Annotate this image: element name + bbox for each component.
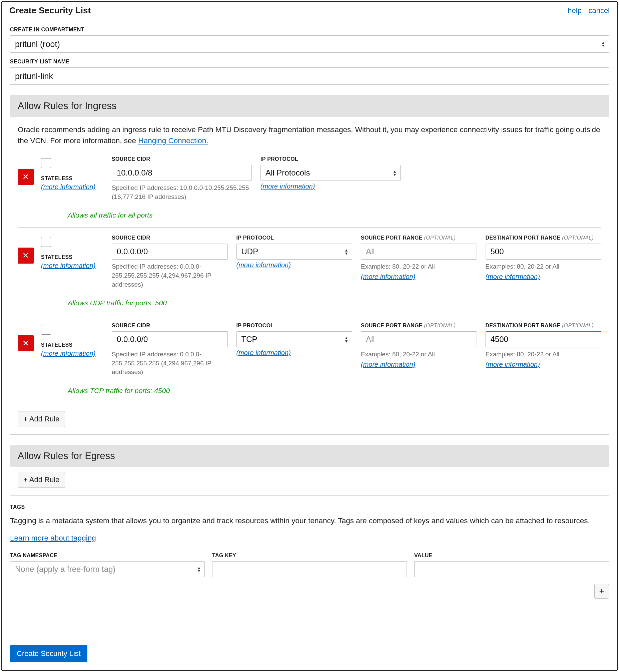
dest-port-label: DESTINATION PORT RANGE (OPTIONAL) [486,235,602,241]
tags-description: Tagging is a metadata system that allows… [10,515,609,527]
ip-protocol-label: IP PROTOCOL [236,323,352,329]
source-cidr-input[interactable] [112,244,228,260]
stateless-label: STATELESS [41,342,105,348]
ingress-info-text: Oracle recommends adding an ingress rule… [18,125,600,145]
source-cidr-label: SOURCE CIDR [112,323,228,329]
stateless-more-info-link[interactable]: (more information) [41,183,95,191]
ingress-rule-1: ✕ STATELESS (more information) SOURCE CI… [18,155,601,208]
compartment-select-wrap: ▴▾ [10,36,609,53]
source-cidr-input[interactable] [112,331,228,347]
tag-value-input[interactable] [414,561,609,577]
hanging-connection-link[interactable]: Hanging Connection. [138,136,208,145]
create-security-list-button[interactable]: Create Security List [10,645,87,662]
rule-summary: Allows TCP traffic for ports: 4500 [68,387,601,395]
compartment-label: CREATE IN COMPARTMENT [10,27,609,33]
source-cidr-input[interactable] [112,165,252,181]
delete-rule-button[interactable]: ✕ [18,169,34,185]
tag-value-label: VALUE [414,553,609,559]
delete-rule-button[interactable]: ✕ [18,335,34,351]
dialog-header: Create Security List help cancel [2,2,617,19]
protocol-more-info-link[interactable]: (more information) [236,349,291,357]
source-port-label: SOURCE PORT RANGE (OPTIONAL) [361,323,477,329]
add-tag-button[interactable]: + [594,584,609,599]
learn-more-tagging-link[interactable]: Learn more about tagging [10,534,96,543]
protocol-more-info-link[interactable]: (more information) [236,261,291,269]
source-port-input[interactable] [361,331,477,347]
dest-port-more-info-link[interactable]: (more information) [486,273,540,281]
source-cidr-hint: Specified IP addresses: 0.0.0.0-255.255.… [112,350,228,377]
rule-summary: Allows all traffic for all ports [68,211,601,219]
ip-protocol-select[interactable] [236,331,352,347]
stateless-checkbox[interactable] [41,237,51,247]
security-list-name-input[interactable] [10,67,609,85]
stateless-checkbox[interactable] [41,158,51,168]
ip-protocol-select[interactable] [261,165,401,181]
stateless-more-info-link: (more information) [41,350,95,357]
ip-protocol-select[interactable] [236,244,352,260]
dest-port-hint: Examples: 80, 20-22 or All [486,262,602,271]
tag-grid: TAG NAMESPACE ▴▾ TAG KEY VALUE [10,553,609,577]
source-cidr-hint: Specified IP addresses: 10.0.0.0-10.255.… [112,184,252,201]
name-label: SECURITY LIST NAME [10,59,609,65]
dest-port-more-info-link[interactable]: (more information) [486,361,540,368]
plus-icon: + [599,586,604,596]
source-port-input[interactable] [361,244,477,260]
dialog-title: Create Security List [9,5,91,16]
source-port-hint: Examples: 80, 20-22 or All [361,350,477,359]
close-icon: ✕ [22,339,29,348]
compartment-select[interactable] [10,36,609,53]
dest-port-label: DESTINATION PORT RANGE (OPTIONAL) [486,323,602,329]
tag-key-label: TAG KEY [212,553,407,559]
tag-namespace-label: TAG NAMESPACE [10,553,205,559]
stateless-label: STATELESS [41,176,105,182]
source-cidr-label: SOURCE CIDR [112,156,252,162]
ingress-info: Oracle recommends adding an ingress rule… [18,124,601,146]
egress-panel-header: Allow Rules for Egress [10,445,609,467]
help-link[interactable]: help [568,6,581,15]
stateless-more-info-link[interactable]: (more information) [41,262,95,269]
protocol-more-info-link[interactable]: (more information) [261,183,315,190]
source-port-hint: Examples: 80, 20-22 or All [361,262,477,271]
rule-summary: Allows UDP traffic for ports: 500 [68,299,601,307]
ingress-rule-2: ✕ STATELESS (more information) SOURCE CI… [18,228,601,296]
close-icon: ✕ [22,251,29,260]
dest-port-input[interactable] [486,244,602,260]
source-port-more-info-link[interactable]: (more information) [361,273,415,281]
close-icon: ✕ [22,172,29,182]
dest-port-hint: Examples: 80, 20-22 or All [486,350,602,359]
cancel-link[interactable]: cancel [588,6,610,15]
tag-key-input[interactable] [212,561,407,577]
delete-rule-button[interactable]: ✕ [18,248,34,263]
dialog-footer: Create Security List [2,642,617,670]
create-security-list-dialog: Create Security List help cancel CREATE … [1,1,618,671]
egress-panel: Allow Rules for Egress + Add Rule [10,445,609,495]
add-ingress-rule-button[interactable]: + Add Rule [18,411,65,427]
source-port-more-info-link[interactable]: (more information) [361,361,415,368]
add-egress-rule-button[interactable]: + Add Rule [18,472,65,488]
stateless-checkbox[interactable] [41,325,51,335]
ip-protocol-label: IP PROTOCOL [236,235,352,241]
stateless-label: STATELESS [41,254,105,260]
tag-namespace-select[interactable] [10,561,205,577]
tags-label: TAGS [10,504,609,510]
ingress-panel-header: Allow Rules for Ingress [10,95,609,117]
ip-protocol-label: IP PROTOCOL [261,156,401,162]
source-cidr-label: SOURCE CIDR [112,235,228,241]
dest-port-input[interactable] [486,331,602,347]
header-links: help cancel [562,6,610,15]
ingress-panel: Allow Rules for Ingress Oracle recommend… [10,95,609,435]
source-port-label: SOURCE PORT RANGE (OPTIONAL) [361,235,477,241]
ingress-rule-3: ✕ STATELESS (more information) SOURCE CI… [18,315,601,384]
source-cidr-hint: Specified IP addresses: 0.0.0.0-255.255.… [112,262,228,289]
